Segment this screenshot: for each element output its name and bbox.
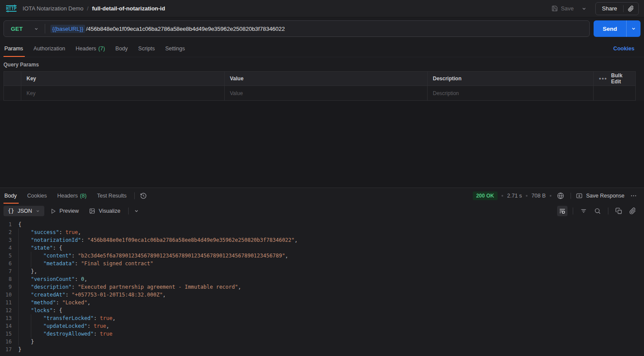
- code-line-text: "content": "b2c3d4e5f6a78901234567890123…: [18, 252, 288, 260]
- tab-authorization[interactable]: Authorization: [28, 40, 70, 57]
- description-input[interactable]: [433, 90, 588, 96]
- code-line: 8 "versionCount": 0,: [0, 275, 644, 283]
- share-button-group: Share: [595, 2, 639, 15]
- line-number: 1: [0, 221, 18, 228]
- tab-params-label: Params: [4, 46, 23, 52]
- code-line: 16 }: [0, 338, 644, 346]
- line-number: 3: [0, 236, 18, 244]
- image-icon: [89, 208, 95, 214]
- value-column-header: Value: [225, 72, 428, 86]
- toolbar-right-divider2: [608, 208, 608, 214]
- description-column-header: Description: [428, 72, 594, 86]
- line-number: 9: [0, 283, 18, 291]
- response-time: 2.71 s: [507, 193, 522, 199]
- response-header: Body Cookies Headers (8) Test Results 20…: [0, 188, 644, 204]
- response-toolbar: {} JSON Preview Visualize: [0, 204, 644, 218]
- copy-button[interactable]: [614, 206, 624, 216]
- row-select-cell: [4, 86, 21, 100]
- globe-icon: [557, 192, 564, 199]
- wrap-text-button[interactable]: [557, 206, 568, 216]
- wrap-text-icon: [559, 208, 566, 214]
- code-line: 3 "notarizationId": "456b848e0e1f09eca1c…: [0, 236, 644, 244]
- breadcrumb-separator: /: [87, 5, 89, 12]
- response-tab-headers[interactable]: Headers (8): [52, 188, 92, 204]
- response-format-dropdown[interactable]: {} JSON: [3, 206, 44, 216]
- paperclip-icon: [629, 208, 636, 214]
- copy-link-button[interactable]: [624, 3, 638, 15]
- code-line-text: "updateLocked": true,: [18, 322, 110, 330]
- code-line: 11 "method": "Locked",: [0, 299, 644, 307]
- response-more-options-button[interactable]: [628, 191, 639, 201]
- save-response-button[interactable]: Save Response: [576, 192, 624, 199]
- preview-label: Preview: [60, 208, 79, 214]
- key-column-header: Key: [21, 72, 225, 86]
- code-line-text: "notarizationId": "456b848e0e1f09eca1c06…: [18, 236, 298, 244]
- share-button[interactable]: Share: [596, 3, 623, 15]
- bulk-edit-label: Bulk Edit: [611, 73, 630, 85]
- key-cell: [21, 86, 225, 100]
- line-number: 2: [0, 228, 18, 236]
- empty-area: [0, 101, 644, 188]
- baseurl-variable-chip[interactable]: {{baseURL}}: [50, 25, 85, 33]
- filter-button[interactable]: [578, 206, 589, 216]
- visualize-label: Visualize: [99, 208, 120, 214]
- description-cell: [428, 86, 594, 100]
- cookies-link[interactable]: Cookies: [607, 40, 641, 57]
- row-actions-cell: [594, 86, 635, 100]
- tab-params[interactable]: Params: [3, 40, 28, 57]
- response-history-button[interactable]: [137, 188, 149, 204]
- bulk-edit-dots-icon: ●●●: [599, 76, 607, 81]
- send-button[interactable]: Send: [594, 20, 626, 37]
- link-button[interactable]: [627, 206, 638, 216]
- save-button[interactable]: Save: [548, 3, 578, 14]
- code-line: 6 "metadata": "Final signed contract": [0, 260, 644, 267]
- code-line-text: {: [18, 221, 21, 228]
- line-number: 4: [0, 244, 18, 252]
- code-line-text: "createdAt": "+057753-01-20T15:48:32.000…: [18, 291, 166, 299]
- value-input[interactable]: [230, 90, 422, 96]
- breadcrumb-collection[interactable]: IOTA Notarization Demo: [23, 5, 83, 12]
- tab-headers-label: Headers: [76, 46, 96, 52]
- format-chevron-icon: [36, 209, 40, 213]
- send-options-chevron[interactable]: [626, 20, 641, 37]
- request-url-row: GET {{baseURL}} /456b848e0e1f09eca1c06ba…: [0, 17, 644, 40]
- url-box: GET {{baseURL}} /456b848e0e1f09eca1c06ba…: [3, 20, 590, 37]
- url-input[interactable]: {{baseURL}} /456b848e0e1f09eca1c06ba2786…: [45, 21, 589, 36]
- line-number: 14: [0, 322, 18, 330]
- code-line: 1{: [0, 221, 644, 228]
- tab-scripts[interactable]: Scripts: [133, 40, 160, 57]
- ellipsis-icon: [630, 192, 637, 199]
- save-button-label: Save: [561, 5, 574, 12]
- line-number: 12: [0, 307, 18, 314]
- response-tab-body-label: Body: [4, 193, 17, 199]
- response-body-code: 1{2 "success": true,3 "notarizationId": …: [0, 218, 644, 356]
- preview-button[interactable]: Preview: [46, 206, 83, 216]
- network-info-button[interactable]: [555, 191, 566, 201]
- more-views-chevron[interactable]: [132, 207, 141, 215]
- code-line: 13 "transferLocked": true,: [0, 314, 644, 322]
- method-label: GET: [11, 26, 23, 32]
- code-line: 5 "content": "b2c3d4e5f6a789012345678901…: [0, 252, 644, 260]
- response-tab-body[interactable]: Body: [3, 188, 22, 204]
- response-tab-cookies[interactable]: Cookies: [22, 188, 52, 204]
- query-params-title: Query Params: [0, 57, 644, 71]
- search-button[interactable]: [592, 206, 603, 216]
- save-options-chevron[interactable]: [579, 4, 589, 13]
- response-tab-cookies-label: Cookies: [27, 193, 47, 199]
- breadcrumb-request-name[interactable]: full-detail-of-notarization-id: [92, 5, 165, 12]
- tab-authorization-label: Authorization: [33, 46, 65, 52]
- bulk-edit-button[interactable]: ●●● Bulk Edit: [594, 72, 635, 86]
- code-line-text: "state": {: [18, 244, 62, 252]
- copy-icon: [615, 208, 622, 214]
- key-input[interactable]: [27, 90, 219, 96]
- tab-headers[interactable]: Headers (7): [70, 40, 110, 57]
- filter-lines-icon: [580, 208, 587, 214]
- response-tab-test-results[interactable]: Test Results: [92, 188, 132, 204]
- visualize-button[interactable]: Visualize: [85, 206, 125, 216]
- line-number: 17: [0, 346, 18, 353]
- line-number: 15: [0, 330, 18, 338]
- tab-body[interactable]: Body: [110, 40, 133, 57]
- response-meta: 200 OK 2.71 s 708 B: [473, 188, 639, 204]
- tab-settings[interactable]: Settings: [160, 40, 190, 57]
- method-selector[interactable]: GET: [4, 21, 45, 36]
